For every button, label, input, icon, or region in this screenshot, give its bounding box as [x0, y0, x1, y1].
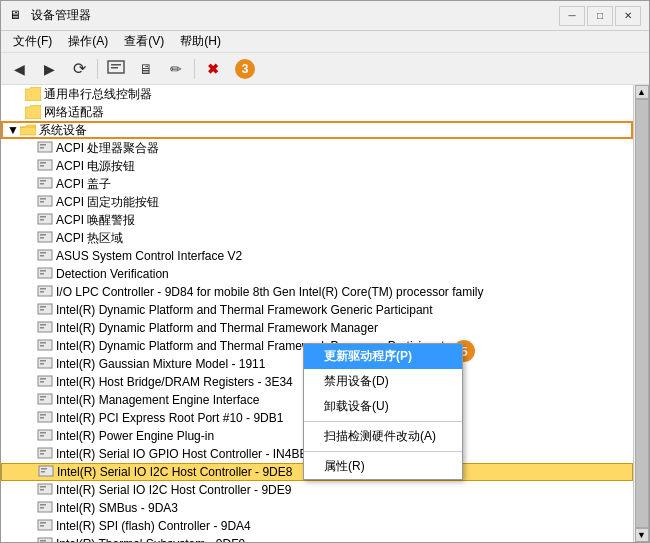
svg-rect-68 [40, 525, 44, 527]
list-item[interactable]: ACPI 电源按钮 [1, 157, 633, 175]
list-item[interactable]: 网络适配器 [1, 103, 633, 121]
device-icon [37, 428, 53, 444]
svg-rect-8 [40, 165, 44, 167]
system-devices-item[interactable]: ▼ 系统设备 [1, 121, 633, 139]
list-item[interactable]: ACPI 处理器聚合器 [1, 139, 633, 157]
list-item[interactable]: ACPI 唤醒警报 [1, 211, 633, 229]
list-item[interactable]: ASUS System Control Interface V2 [1, 247, 633, 265]
delete-button[interactable]: ✖ [199, 56, 227, 82]
menu-file[interactable]: 文件(F) [5, 31, 60, 52]
svg-rect-19 [40, 234, 46, 236]
svg-rect-37 [40, 342, 46, 344]
item-label: ACPI 电源按钮 [56, 158, 135, 175]
scrollbar[interactable]: ▲ ▼ [633, 85, 649, 542]
list-item[interactable]: Intel(R) SPI (flash) Controller - 9DA4 [1, 517, 633, 535]
svg-rect-65 [40, 507, 44, 509]
device-icon [37, 158, 53, 174]
window-controls: ─ □ ✕ [559, 6, 641, 26]
update-button[interactable]: 🖥 [132, 56, 160, 82]
properties-icon [107, 60, 125, 78]
item-label: ACPI 盖子 [56, 176, 111, 193]
folder-icon [25, 104, 41, 120]
ctx-disable-device[interactable]: 禁用设备(D) [304, 369, 462, 394]
device-icon [37, 392, 53, 408]
menu-help[interactable]: 帮助(H) [172, 31, 229, 52]
svg-rect-64 [40, 504, 46, 506]
maximize-button[interactable]: □ [587, 6, 613, 26]
device-icon [37, 518, 53, 534]
device-manager-window: 🖥 设备管理器 ─ □ ✕ 文件(F) 操作(A) 查看(V) 帮助(H) ◀ … [0, 0, 650, 543]
list-item[interactable]: ACPI 盖子 [1, 175, 633, 193]
scroll-up-button[interactable]: ▲ [635, 85, 649, 99]
detection-verification-item[interactable]: Detection Verification [1, 265, 633, 283]
minimize-button[interactable]: ─ [559, 6, 585, 26]
svg-rect-23 [40, 255, 44, 257]
refresh-button[interactable]: ⟳ [65, 56, 93, 82]
list-item[interactable]: Intel(R) Dynamic Platform and Thermal Fr… [1, 301, 633, 319]
list-item[interactable]: Intel(R) Dynamic Platform and Thermal Fr… [1, 319, 633, 337]
svg-rect-67 [40, 522, 46, 524]
svg-rect-10 [40, 180, 46, 182]
svg-rect-2 [111, 67, 118, 69]
ctx-uninstall-device[interactable]: 卸载设备(U) [304, 394, 462, 419]
svg-rect-4 [40, 144, 46, 146]
list-item[interactable]: 通用串行总线控制器 [1, 85, 633, 103]
item-label: Intel(R) Gaussian Mixture Model - 1911 [56, 357, 265, 371]
svg-rect-34 [40, 324, 46, 326]
list-item[interactable]: ACPI 热区域 [1, 229, 633, 247]
ctx-properties[interactable]: 属性(R) [304, 454, 462, 479]
item-label: Intel(R) PCI Express Root Port #10 - 9DB… [56, 411, 283, 425]
ctx-update-driver[interactable]: 更新驱动程序(P) [304, 344, 462, 369]
toolbar: ◀ ▶ ⟳ 🖥 ✏ ✖ 3 [1, 53, 649, 85]
list-item[interactable]: Intel(R) SMBus - 9DA3 [1, 499, 633, 517]
device-icon [37, 140, 53, 156]
item-label: Intel(R) Dynamic Platform and Thermal Fr… [56, 321, 378, 335]
device-icon [37, 356, 53, 372]
scroll-down-button[interactable]: ▼ [635, 528, 649, 542]
content-area: 通用串行总线控制器 网络适配器 ▼ 系统设备 [1, 85, 649, 542]
svg-rect-56 [40, 453, 44, 455]
svg-rect-70 [40, 540, 46, 542]
device-icon [37, 320, 53, 336]
svg-rect-35 [40, 327, 44, 329]
device-icon [37, 176, 53, 192]
scan-button[interactable]: ✏ [162, 56, 190, 82]
properties-button[interactable] [102, 56, 130, 82]
device-icon [37, 248, 53, 264]
list-item[interactable]: Intel(R) Serial IO I2C Host Controller -… [1, 481, 633, 499]
app-icon: 🖥 [9, 8, 25, 24]
list-item[interactable]: I/O LPC Controller - 9D84 for mobile 8th… [1, 283, 633, 301]
item-label: Intel(R) Thermal Subsystem - 9DF9 [56, 537, 245, 542]
svg-rect-44 [40, 381, 44, 383]
svg-rect-47 [40, 399, 44, 401]
scroll-thumb[interactable] [635, 99, 649, 528]
svg-rect-58 [41, 468, 47, 470]
list-item[interactable]: ACPI 固定功能按钮 [1, 193, 633, 211]
item-label: ASUS System Control Interface V2 [56, 249, 242, 263]
item-label: ACPI 处理器聚合器 [56, 140, 159, 157]
svg-rect-43 [40, 378, 46, 380]
toolbar-separator-1 [97, 59, 98, 79]
svg-rect-29 [40, 291, 44, 293]
svg-rect-13 [40, 198, 46, 200]
badge-3: 3 [235, 59, 255, 79]
expand-arrow-icon: ▼ [7, 124, 19, 136]
back-button[interactable]: ◀ [5, 56, 33, 82]
item-label: Intel(R) SPI (flash) Controller - 9DA4 [56, 519, 251, 533]
device-icon [37, 482, 53, 498]
device-icon [37, 374, 53, 390]
ctx-scan-hardware[interactable]: 扫描检测硬件改动(A) [304, 424, 462, 449]
forward-button[interactable]: ▶ [35, 56, 63, 82]
menu-action[interactable]: 操作(A) [60, 31, 116, 52]
svg-rect-7 [40, 162, 46, 164]
device-icon [37, 302, 53, 318]
svg-rect-59 [41, 471, 45, 473]
close-button[interactable]: ✕ [615, 6, 641, 26]
device-icon [37, 536, 53, 542]
menu-view[interactable]: 查看(V) [116, 31, 172, 52]
svg-rect-25 [40, 270, 46, 272]
device-icon [37, 284, 53, 300]
device-icon [37, 230, 53, 246]
device-icon [37, 446, 53, 462]
list-item[interactable]: Intel(R) Thermal Subsystem - 9DF9 [1, 535, 633, 542]
